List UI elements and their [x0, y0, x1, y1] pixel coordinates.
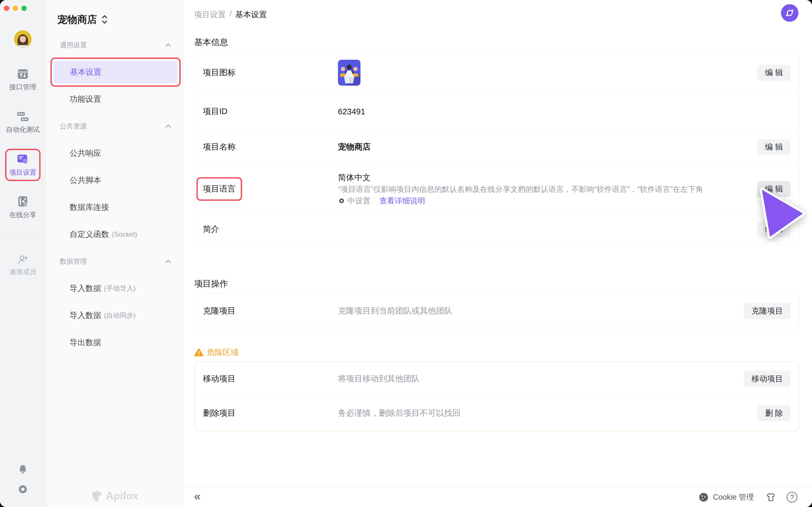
sidebar-item-suffix: (自动同步)	[104, 311, 136, 320]
row-clone-project: 克隆项目 克隆项目到当前团队或其他团队 克隆项目	[195, 294, 799, 328]
edit-project-intro-button[interactable]: 编 辑	[757, 221, 791, 237]
sidebar-item-label: 数据库连接	[69, 202, 109, 213]
sidebar-menu: 通用设置 基本设置 功能设置 公共资源	[46, 32, 183, 356]
notifications-button[interactable]	[17, 464, 29, 476]
chevron-up-icon	[165, 124, 171, 128]
row-project-id: 项目ID 623491	[195, 93, 799, 130]
project-icon-value	[338, 60, 757, 86]
language-description: “项目语言”仅影响项目内信息的默认名称及在线分享文档的默认语言，不影响“软件语言…	[338, 184, 757, 194]
theme-button[interactable]	[766, 492, 776, 502]
sidebar-item-suffix: (Socket)	[112, 230, 137, 238]
section-header-label: 公共资源	[60, 122, 87, 131]
annotation-box-project-language: 项目语言	[196, 177, 242, 201]
main-panel: 项目设置 / 基本设置 基本信息 项目图标	[183, 0, 812, 507]
settings-button[interactable]	[17, 483, 29, 496]
sidebar-item-import-data-sync[interactable]: 导入数据 (自动同步)	[54, 304, 177, 327]
row-label: 克隆项目	[203, 305, 338, 317]
delete-project-description: 务必谨慎，删除后项目不可以找回	[338, 407, 757, 419]
sidebar-item-shared-responses[interactable]: 公共响应	[54, 142, 177, 165]
edit-project-language-button[interactable]: 编 辑	[757, 181, 791, 197]
help-icon[interactable]: ?	[786, 492, 797, 503]
zoom-window-button[interactable]	[21, 6, 27, 11]
sidebar-item-label: 公共响应	[69, 148, 101, 159]
apifox-logo-text: Apifox	[106, 490, 138, 502]
bell-icon	[17, 464, 29, 475]
language-details-link[interactable]: 查看详细说明	[379, 195, 425, 206]
rail-item-label: 在线分享	[9, 210, 36, 219]
project-language-value: 简体中文 “项目语言”仅影响项目内信息的默认名称及在线分享文档的默认语言，不影响…	[338, 165, 757, 214]
user-avatar[interactable]	[14, 31, 32, 48]
delete-project-button[interactable]: 删 除	[757, 405, 791, 421]
section-title-basic-info: 基本信息	[194, 37, 799, 48]
sidebar-item-label: 公共脚本	[69, 175, 101, 186]
edit-project-name-button[interactable]: 编 辑	[757, 139, 791, 155]
annotation-box-basic-settings: 基本设置	[50, 57, 181, 87]
section-title-actions: 项目操作	[194, 278, 799, 290]
project-switcher[interactable]: 宠物商店	[57, 12, 183, 27]
sidebar-item-basic-settings[interactable]: 基本设置	[54, 61, 177, 83]
edit-project-icon-button[interactable]: 编 辑	[757, 65, 791, 81]
refresh-button[interactable]	[781, 4, 799, 22]
cookie-icon	[699, 492, 709, 502]
danger-zone-card: 移动项目 将项目移动到其他团队 移动项目 删除项目 务必谨慎，删除后项目不可以找…	[194, 362, 799, 431]
annotation-box-project-settings: 项目设置	[5, 149, 41, 181]
sidebar-item-label: 导入数据	[69, 283, 101, 294]
actions-card: 克隆项目 克隆项目到当前团队或其他团队 克隆项目	[194, 293, 799, 328]
move-project-description: 将项目移动到其他团队	[338, 373, 744, 385]
collapse-sidebar-icon[interactable]: «	[194, 491, 200, 502]
rail-item-automation-testing[interactable]: 自动化测试	[6, 111, 40, 134]
basic-info-card: 项目图标	[194, 52, 799, 245]
gear-icon	[17, 483, 29, 495]
sidebar-item-feature-settings[interactable]: 功能设置	[54, 88, 177, 110]
rail-nav: 接口管理 自动化测试	[5, 59, 41, 229]
row-label: 项目名称	[203, 142, 338, 153]
sidebar-item-label: 基本设置	[70, 67, 101, 77]
api-management-icon	[16, 68, 29, 80]
clone-project-description: 克隆项目到当前团队或其他团队	[338, 305, 744, 317]
row-label: 移动项目	[203, 373, 338, 385]
invite-member-icon	[17, 255, 29, 265]
rail-item-online-share[interactable]: 在线分享	[9, 195, 36, 219]
close-window-button[interactable]	[4, 6, 9, 11]
apifox-logo: Apifox	[46, 490, 183, 503]
rail-item-label: 接口管理	[9, 82, 36, 92]
rail-item-label: 项目设置	[9, 168, 36, 177]
clone-project-button[interactable]: 克隆项目	[744, 303, 791, 319]
invite-member-button[interactable]: 邀请成员	[9, 255, 36, 276]
section-header-label: 通用设置	[60, 41, 87, 50]
sidebar-item-label: 导入数据	[69, 310, 101, 321]
danger-zone-heading: 危险区域	[194, 347, 799, 358]
row-label: 项目ID	[203, 106, 338, 117]
language-current-value: 简体中文	[338, 172, 757, 183]
row-label: 删除项目	[203, 407, 338, 419]
online-share-icon	[16, 195, 29, 208]
sidebar-item-export-data[interactable]: 导出数据	[54, 331, 177, 354]
invite-member-label: 邀请成员	[9, 267, 36, 276]
sidebar-item-import-data-manual[interactable]: 导入数据 (手动导入)	[54, 277, 177, 300]
rail-item-api-management[interactable]: 接口管理	[9, 68, 36, 92]
sidebar-item-label: 功能设置	[69, 94, 101, 105]
row-label-project-language: 项目语言	[203, 177, 338, 201]
section-header-data-management[interactable]: 数据管理	[46, 257, 183, 266]
minimize-window-button[interactable]	[13, 6, 18, 11]
section-header-shared-resources[interactable]: 公共资源	[46, 122, 183, 131]
sidebar-item-label: 导出数据	[69, 337, 101, 348]
row-project-icon: 项目图标	[195, 52, 799, 93]
chevron-up-icon	[165, 260, 171, 263]
sidebar-item-custom-functions[interactable]: 自定义函数 (Socket)	[54, 223, 177, 245]
section-header-general[interactable]: 通用设置	[46, 41, 183, 50]
left-rail: 接口管理 自动化测试	[0, 0, 46, 507]
sidebar-item-database-connections[interactable]: 数据库连接	[54, 196, 177, 219]
tshirt-icon	[766, 492, 776, 502]
move-project-button[interactable]: 移动项目	[744, 371, 791, 387]
rail-item-project-settings[interactable]: 项目设置	[9, 154, 36, 177]
sidebar-item-suffix: (手动导入)	[104, 284, 136, 293]
breadcrumb-parent[interactable]: 项目设置	[194, 9, 226, 20]
row-label: 项目图标	[203, 67, 338, 78]
rail-item-label: 自动化测试	[6, 125, 40, 134]
cookie-manager-button[interactable]: Cookie 管理	[699, 492, 754, 502]
row-project-language: 项目语言 简体中文 “项目语言”仅影响项目内信息的默认名称及在线分享文档的默认语…	[195, 164, 799, 214]
row-move-project: 移动项目 将项目移动到其他团队 移动项目	[195, 362, 799, 395]
sidebar-item-shared-scripts[interactable]: 公共脚本	[54, 169, 177, 191]
row-project-intro: 简介 编 辑	[195, 214, 799, 244]
